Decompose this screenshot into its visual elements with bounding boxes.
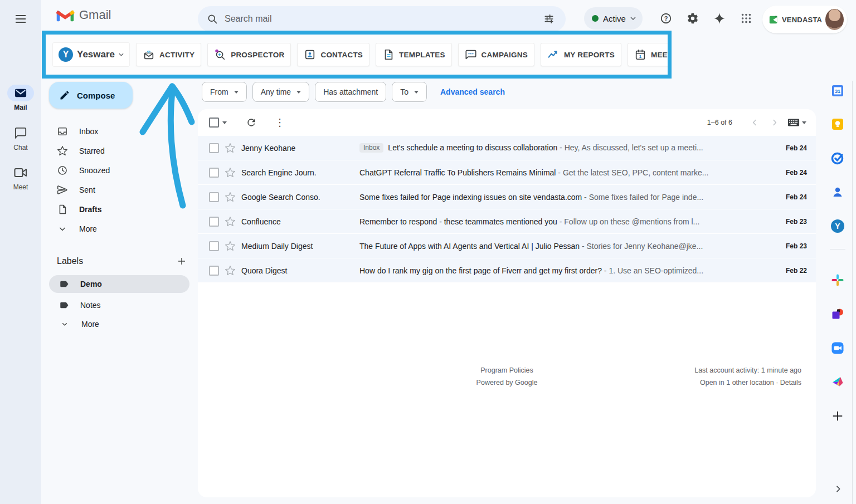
more-options-icon[interactable]: ⋮ <box>271 118 288 128</box>
select-all-checkbox[interactable] <box>209 118 219 128</box>
sidebar-label-demo[interactable]: Demo <box>49 275 189 293</box>
search-icon[interactable] <box>207 13 218 25</box>
yesware-prospector-button[interactable]: PROSPECTOR <box>207 43 291 66</box>
rail-item-chat[interactable]: Chat <box>0 125 41 151</box>
row-checkbox[interactable] <box>209 168 219 178</box>
newer-page-icon[interactable] <box>746 114 763 131</box>
meetings-label: MEETINGS <box>651 51 672 59</box>
email-snippet: - Some fixes failed for Page inde... <box>584 193 703 202</box>
row-checkbox[interactable] <box>209 192 219 202</box>
meetings-icon: 1 <box>634 48 646 61</box>
email-row[interactable]: Jenny Keohane InboxLet's schedule a meet… <box>198 136 816 160</box>
settings-gear-icon[interactable] <box>682 7 704 30</box>
multicolor-arrow-app-icon[interactable] <box>830 375 845 389</box>
filter-from[interactable]: From <box>202 82 247 102</box>
yesware-my-reports-button[interactable]: MY REPORTS <box>541 43 621 66</box>
email-subject-line: Remember to respond - these teammates me… <box>359 217 769 226</box>
older-page-icon[interactable] <box>766 114 784 131</box>
program-policies-link[interactable]: Program Policies <box>476 364 538 376</box>
rail-item-mail[interactable]: Mail <box>0 85 41 111</box>
campaigns-icon <box>465 48 477 61</box>
filter-has-attachment[interactable]: Has attachment <box>315 82 386 102</box>
email-date: Feb 24 <box>776 193 807 201</box>
hide-side-panel-icon[interactable] <box>831 482 845 496</box>
email-subject-line: The Future of Apps with AI Agents and Ve… <box>359 242 769 251</box>
sidebar-item-snoozed[interactable]: Snoozed <box>41 160 198 180</box>
star-icon[interactable] <box>225 192 236 203</box>
email-row[interactable]: Confluence Remember to respond - these t… <box>198 209 816 234</box>
gmail-logo[interactable]: Gmail <box>56 8 111 22</box>
slack-icon[interactable] <box>830 273 845 287</box>
row-checkbox[interactable] <box>209 217 219 227</box>
yesware-contacts-button[interactable]: CONTACTS <box>297 43 369 66</box>
prospector-label: PROSPECTOR <box>231 51 284 59</box>
account-badge[interactable]: VENDASTA <box>762 6 847 33</box>
sidebar-label-notes[interactable]: Notes <box>41 296 198 315</box>
email-subject: Let's schedule a meeting to discuss coll… <box>388 143 557 152</box>
get-add-ons-icon[interactable] <box>830 409 845 423</box>
search-bar[interactable] <box>198 6 566 32</box>
status-selector[interactable]: Active <box>584 7 643 30</box>
sidebar-item-more[interactable]: More <box>41 219 198 238</box>
sidebar-labels-more[interactable]: More <box>41 315 198 334</box>
yesware-sidebar-icon[interactable]: Y <box>830 219 845 233</box>
add-label-icon[interactable] <box>177 256 187 266</box>
filter-to[interactable]: To <box>392 82 427 102</box>
email-subject: ChatGPT Referral Traffic To Publishers R… <box>359 168 556 177</box>
side-panel-separator <box>830 249 845 249</box>
email-row[interactable]: Quora Digest How do I rank my gig on the… <box>198 258 816 283</box>
help-icon[interactable]: ? <box>655 7 677 30</box>
side-panel-divider <box>852 81 853 504</box>
row-checkbox[interactable] <box>209 143 219 153</box>
star-icon[interactable] <box>225 265 236 276</box>
google-tasks-icon[interactable] <box>830 151 845 165</box>
pagination-label: 1–6 of 6 <box>707 119 732 126</box>
refresh-icon[interactable] <box>246 117 257 128</box>
purple-app-icon[interactable] <box>830 307 845 321</box>
chevron-down-icon <box>414 91 419 94</box>
pencil-icon <box>59 90 70 101</box>
last-account-activity-label: Last account activity: 1 minute ago <box>694 364 801 376</box>
rail-item-meet[interactable]: Meet <box>0 164 41 191</box>
google-keep-icon[interactable] <box>830 117 845 131</box>
apps-grid-icon[interactable] <box>735 7 757 30</box>
yesware-activity-button[interactable]: ACTIVITY <box>136 43 201 66</box>
sidebar-item-drafts[interactable]: Drafts <box>41 199 198 219</box>
sidebar-item-starred[interactable]: Starred <box>41 141 198 160</box>
gemini-sparkle-icon[interactable] <box>708 7 731 30</box>
yesware-meetings-button[interactable]: 1 MEETINGS <box>628 43 672 66</box>
advanced-search-link[interactable]: Advanced search <box>440 87 505 96</box>
avatar[interactable] <box>825 9 844 30</box>
star-icon[interactable] <box>225 167 236 178</box>
email-subject-line: ChatGPT Referral Traffic To Publishers R… <box>359 168 769 177</box>
input-tools-keyboard-icon[interactable] <box>786 114 808 131</box>
zoom-icon[interactable] <box>830 341 845 355</box>
rail-label-mail: Mail <box>0 104 41 111</box>
yesware-menu-button[interactable]: Y Yesware <box>52 42 130 67</box>
row-checkbox[interactable] <box>209 266 219 276</box>
sidebar-item-inbox[interactable]: Inbox <box>41 121 198 141</box>
svg-text:Y: Y <box>835 222 840 231</box>
mail-pill <box>7 85 34 101</box>
search-input[interactable] <box>225 14 538 24</box>
google-contacts-icon[interactable] <box>830 185 845 199</box>
row-checkbox[interactable] <box>209 241 219 251</box>
send-icon <box>57 184 68 195</box>
main-menu-button[interactable] <box>11 9 31 29</box>
email-row[interactable]: Search Engine Journ. ChatGPT Referral Tr… <box>198 160 816 185</box>
compose-button[interactable]: Compose <box>49 82 133 109</box>
filter-any-time[interactable]: Any time <box>252 82 309 102</box>
sidebar-item-sent[interactable]: Sent <box>41 180 198 199</box>
select-dropdown-icon[interactable] <box>222 121 227 124</box>
star-icon[interactable] <box>225 216 236 227</box>
open-location-details-link[interactable]: Open in 1 other location · Details <box>694 376 801 389</box>
star-icon[interactable] <box>225 143 236 154</box>
search-options-icon[interactable] <box>538 8 560 30</box>
star-icon[interactable] <box>225 241 236 252</box>
yesware-campaigns-button[interactable]: CAMPAIGNS <box>458 43 534 66</box>
email-row[interactable]: Medium Daily Digest The Future of Apps w… <box>198 234 816 258</box>
file-icon <box>57 204 68 215</box>
google-calendar-icon[interactable]: 31 <box>830 84 845 98</box>
email-row[interactable]: Google Search Conso. Some fixes failed f… <box>198 185 816 209</box>
yesware-templates-button[interactable]: TEMPLATES <box>376 43 452 66</box>
